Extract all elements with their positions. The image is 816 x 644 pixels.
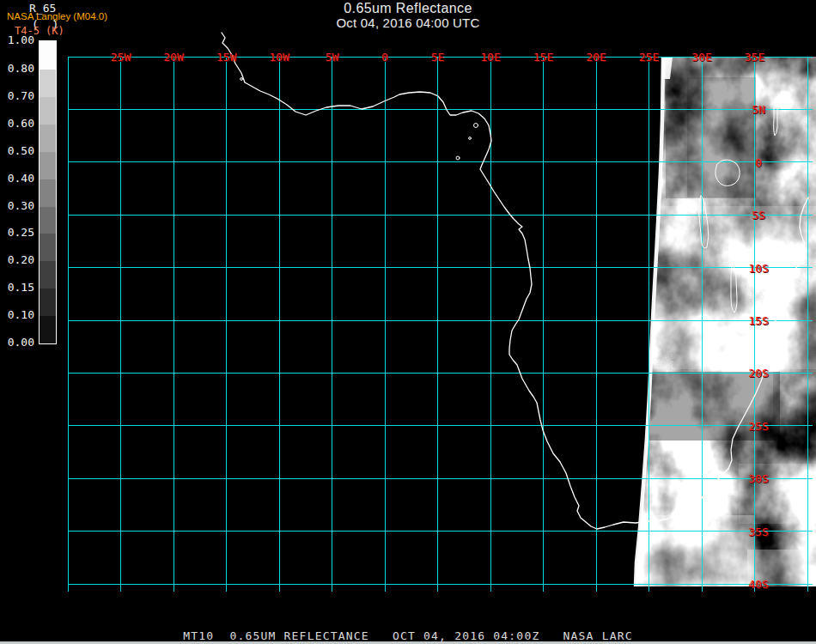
- colorbar-band: [40, 70, 56, 97]
- longitude-label: 15W: [216, 51, 236, 64]
- longitude-label: 35E: [745, 51, 764, 64]
- colorbar-band: [40, 125, 56, 152]
- island-outline: [241, 78, 243, 81]
- colorbar-band: [40, 234, 56, 261]
- colorbar-tick-label: 0.40: [0, 173, 34, 185]
- colorbar-tick-label: 0.70: [0, 90, 34, 102]
- title-block: 0.65um Reflectance Oct 04, 2016 04:00 UT…: [0, 2, 816, 30]
- colorbar-tick-label: 0.80: [0, 63, 34, 75]
- page-subtitle: Oct 04, 2016 04:00 UTC: [0, 16, 816, 30]
- longitude-label: 15E: [533, 51, 553, 64]
- longitude-label: 25E: [639, 51, 659, 64]
- colorbar-band: [40, 152, 56, 179]
- footer-caption: MT10 0.65UM REFLECTANCE OCT 04, 2016 04:…: [0, 629, 816, 642]
- longitude-label: 5W: [326, 51, 339, 64]
- latitude-label: 15S: [748, 314, 768, 327]
- latitude-label: 10S: [748, 261, 768, 274]
- colorbar-tick-label: 0.10: [0, 309, 34, 321]
- page-title: 0.65um Reflectance: [0, 2, 816, 16]
- colorbar-tick-label: 1.00: [0, 34, 34, 46]
- colorbar-band: [40, 289, 56, 316]
- latitude-label: 30S: [748, 472, 768, 485]
- longitude-label: 10W: [269, 51, 289, 64]
- colorbar-tick-label: 0.25: [0, 227, 34, 239]
- island-outline: [474, 124, 478, 128]
- colorbar-band: [40, 207, 56, 234]
- colorbar-band: [40, 316, 56, 343]
- longitude-label: 30E: [691, 51, 711, 64]
- colorbar-band: [40, 97, 56, 125]
- satellite-product-view: 0.65um Reflectance Oct 04, 2016 04:00 UT…: [0, 0, 816, 644]
- colorbar: [39, 40, 57, 344]
- latitude-label: 0: [755, 155, 762, 168]
- colorbar-tick-label: 0.30: [0, 200, 34, 212]
- colorbar-tick-label: 0.50: [0, 145, 34, 157]
- latitude-label: 40S: [748, 578, 768, 591]
- longitude-label: 20E: [586, 51, 606, 64]
- latitude-label: 35S: [748, 525, 768, 538]
- island-outline: [469, 137, 472, 140]
- longitude-label: 10E: [480, 51, 500, 64]
- colorbar-band: [40, 41, 56, 70]
- colorbar-tick-label: 0.15: [0, 282, 34, 294]
- latitude-label: 20S: [748, 367, 768, 380]
- longitude-label: 20W: [163, 51, 183, 64]
- longitude-label: 25W: [111, 51, 131, 64]
- colorbar-tick-label: 0.00: [0, 337, 34, 349]
- colorbar-tick-label: 0.20: [0, 254, 34, 266]
- longitude-label: 0: [381, 51, 388, 64]
- colorbar-tick-label: 0.60: [0, 118, 34, 130]
- latitude-label: 5S: [752, 209, 765, 222]
- latitude-label: 25S: [748, 419, 768, 432]
- longitude-label: 5E: [431, 51, 445, 64]
- colorbar-band: [40, 261, 56, 289]
- island-outline: [456, 156, 460, 160]
- colorbar-band: [40, 179, 56, 207]
- latitude-label: 5N: [752, 103, 765, 116]
- map-canvas: [0, 0, 816, 644]
